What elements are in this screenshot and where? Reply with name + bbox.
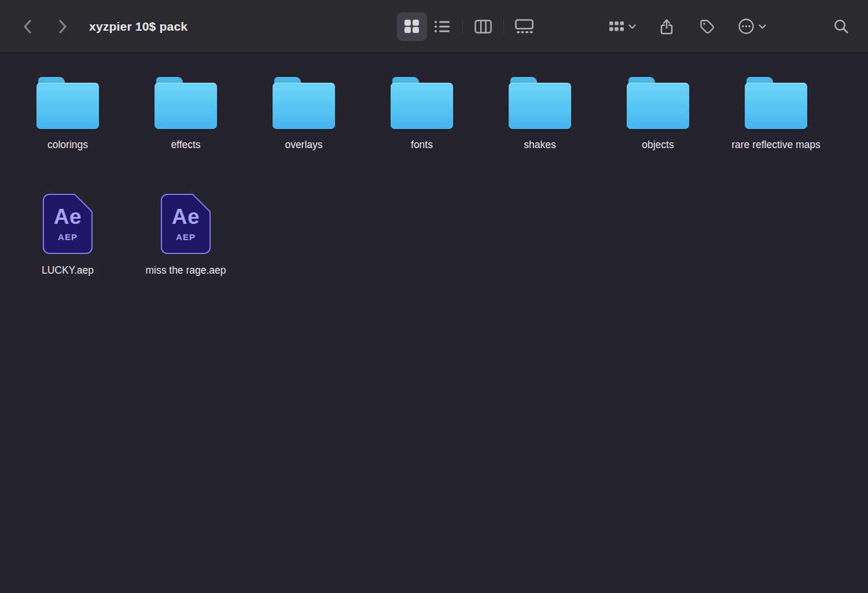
search-icon: [833, 19, 849, 34]
gallery-view-button[interactable]: [509, 12, 539, 41]
ellipsis-circle-icon: [738, 18, 755, 35]
search-button[interactable]: [830, 13, 852, 40]
folder-item-rare-reflective-maps[interactable]: rare reflective maps: [717, 77, 835, 192]
item-label: miss the rage.aep: [145, 264, 226, 277]
item-label: shakes: [524, 138, 556, 152]
toolbar-divider: [503, 19, 504, 35]
view-switcher: [397, 12, 539, 41]
item-label: colorings: [47, 138, 88, 152]
chevron-left-icon: [22, 18, 34, 35]
file-item-miss-the-rage-aep[interactable]: Ae AEP miss the rage.aep: [127, 192, 245, 307]
more-actions-button[interactable]: [738, 13, 766, 40]
window-title: xyzpier 10$ pack: [89, 20, 187, 34]
folder-icon: [627, 77, 689, 129]
file-grid: colorings effects overlays fonts shakes …: [0, 53, 868, 592]
item-label: LUCKY.aep: [42, 264, 94, 277]
list-view-button[interactable]: [427, 12, 457, 41]
finder-window: xyzpier 10$ pack: [0, 0, 868, 592]
toolbar-actions: [609, 13, 766, 40]
folder-item-colorings[interactable]: colorings: [9, 77, 127, 192]
grid-view-icon: [404, 19, 420, 34]
folder-icon: [509, 77, 571, 129]
column-view-icon: [475, 20, 492, 34]
icon-view-button[interactable]: [397, 12, 427, 41]
folder-icon: [745, 77, 807, 129]
tag-button[interactable]: [697, 13, 717, 40]
chevron-down-icon: [628, 24, 636, 29]
chevron-right-icon: [57, 18, 68, 35]
folder-item-shakes[interactable]: shakes: [481, 77, 599, 192]
item-label: rare reflective maps: [731, 138, 821, 152]
folder-icon: [155, 77, 217, 129]
toolbar: xyzpier 10$ pack: [0, 0, 868, 53]
tag-icon: [699, 19, 715, 35]
item-label: overlays: [285, 138, 322, 152]
group-icon: [609, 20, 624, 32]
back-button[interactable]: [16, 13, 39, 40]
ae-badge-label: Ae: [172, 205, 200, 229]
aep-kind-label: AEP: [58, 232, 78, 242]
folder-item-objects[interactable]: objects: [599, 77, 717, 192]
column-view-button[interactable]: [468, 12, 498, 41]
aep-kind-label: AEP: [176, 232, 196, 242]
toolbar-divider: [462, 19, 463, 35]
forward-button[interactable]: [51, 13, 74, 40]
group-button[interactable]: [609, 13, 636, 40]
ae-badge-label: Ae: [54, 205, 82, 229]
folder-icon: [36, 77, 99, 129]
folder-icon: [273, 77, 335, 129]
chevron-down-icon: [759, 24, 766, 29]
gallery-view-icon: [515, 19, 534, 34]
file-item-lucky-aep[interactable]: Ae AEP LUCKY.aep: [9, 192, 127, 307]
item-label: objects: [642, 138, 674, 152]
folder-item-fonts[interactable]: fonts: [363, 77, 481, 192]
list-view-icon: [434, 20, 450, 34]
folder-item-overlays[interactable]: overlays: [245, 77, 363, 192]
folder-item-effects[interactable]: effects: [127, 77, 245, 192]
item-label: effects: [171, 138, 200, 152]
share-icon: [659, 18, 674, 35]
item-label: fonts: [411, 138, 433, 152]
after-effects-file-icon: Ae AEP: [160, 193, 211, 255]
after-effects-file-icon: Ae AEP: [42, 193, 93, 255]
folder-icon: [391, 77, 453, 129]
share-button[interactable]: [657, 13, 676, 40]
